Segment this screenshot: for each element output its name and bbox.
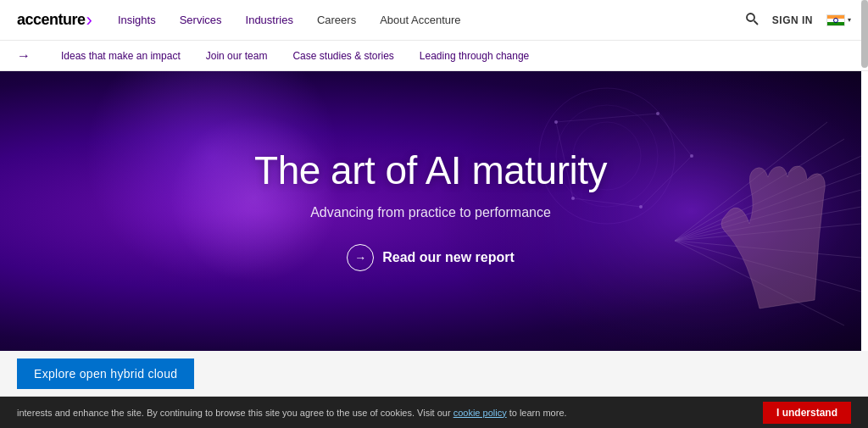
search-button[interactable] <box>745 12 759 29</box>
subnav: → Ideas that make an impact Join our tea… <box>0 41 868 71</box>
cta-bar: Explore open hybrid cloud <box>0 351 868 397</box>
hero-section: The art of AI maturity Advancing from pr… <box>0 71 861 351</box>
svg-point-0 <box>747 14 754 21</box>
hero-subtitle: Advancing from practice to performance <box>0 205 861 220</box>
hero-title: The art of AI maturity <box>0 147 861 193</box>
subnav-leading[interactable]: Leading through change <box>420 50 529 62</box>
cookie-bar: interests and enhance the site. By conti… <box>0 397 868 428</box>
main-nav: Insights Services Industries Careers Abo… <box>118 14 745 26</box>
search-icon <box>745 12 759 25</box>
logo-text: accenture <box>17 11 86 29</box>
hero-cta-label: Read our new report <box>382 250 515 265</box>
flag-icon <box>826 14 845 26</box>
logo[interactable]: accenture› <box>17 11 92 30</box>
cookie-text: interests and enhance the site. By conti… <box>17 408 763 418</box>
sign-in-button[interactable]: SIGN IN <box>772 14 813 26</box>
svg-line-1 <box>754 20 758 25</box>
header-right: SIGN IN ▾ <box>745 12 851 29</box>
nav-insights[interactable]: Insights <box>118 14 156 26</box>
subnav-case-studies[interactable]: Case studies & stories <box>292 50 393 62</box>
cookie-accept-button[interactable]: I understand <box>763 402 851 424</box>
cookie-policy-link[interactable]: cookie policy <box>453 408 507 418</box>
logo-accent: › <box>86 11 92 30</box>
explore-hybrid-cloud-button[interactable]: Explore open hybrid cloud <box>17 359 194 389</box>
country-selector[interactable]: ▾ <box>826 14 851 26</box>
nav-services[interactable]: Services <box>180 14 222 26</box>
nav-careers[interactable]: Careers <box>317 14 356 26</box>
hero-cta-button[interactable]: → Read our new report <box>347 244 515 271</box>
scrollbar-thumb[interactable] <box>861 0 868 68</box>
header: accenture› Insights Services Industries … <box>0 0 868 41</box>
nav-industries[interactable]: Industries <box>246 14 293 26</box>
subnav-arrow-icon: → <box>17 48 31 64</box>
nav-about[interactable]: About Accenture <box>380 14 460 26</box>
subnav-team[interactable]: Join our team <box>206 50 268 62</box>
subnav-ideas[interactable]: Ideas that make an impact <box>61 50 181 62</box>
hero-cta-circle: → <box>347 244 374 271</box>
chevron-down-icon: ▾ <box>848 16 851 24</box>
arrow-right-icon: → <box>354 251 366 264</box>
scrollbar-track <box>861 0 868 40</box>
hero-content: The art of AI maturity Advancing from pr… <box>0 147 861 271</box>
